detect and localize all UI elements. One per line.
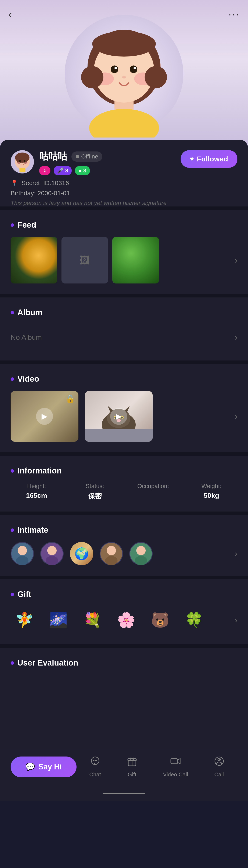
status-label: Status: (69, 483, 121, 490)
divider-4 (0, 452, 248, 456)
height-label: Height: (10, 483, 62, 490)
video-item-cat[interactable]: ▶ (85, 391, 153, 442)
svg-point-11 (81, 66, 104, 88)
bottom-actions: Chat Gift Video Call (77, 756, 238, 778)
call-icon (214, 756, 225, 769)
say-hi-button[interactable]: 💬 Say Hi (10, 756, 77, 777)
svg-point-45 (136, 546, 146, 555)
green-ball-img (112, 237, 159, 283)
gift-item-2[interactable]: 🌌 (45, 606, 72, 634)
bottom-action-call[interactable]: Call (214, 756, 225, 778)
bullet-feed (10, 223, 14, 227)
lock-icon: 🔒 (65, 394, 75, 403)
gift-item-5[interactable]: 🐻 (146, 606, 174, 634)
bullet-intimate (10, 528, 14, 532)
svg-point-20 (17, 162, 20, 164)
home-indicator (0, 788, 248, 801)
gift-item-3[interactable]: 💐 (78, 606, 106, 634)
play-button-1[interactable]: ▶ (36, 408, 53, 425)
bullet-evaluation (10, 661, 14, 665)
status-value: 保密 (69, 492, 121, 501)
divider-7 (0, 644, 248, 648)
video-call-icon (170, 756, 181, 769)
followed-button[interactable]: ♥ Followed (181, 150, 238, 168)
bullet-album (10, 311, 14, 314)
status-dot (76, 155, 79, 158)
gift-chevron[interactable]: › (235, 615, 238, 625)
bottom-action-gift[interactable]: Gift (127, 756, 138, 778)
video-item-locked[interactable]: 🔒 ▶ (10, 391, 78, 442)
more-button[interactable]: ··· (228, 8, 240, 20)
hero-avatar (71, 10, 177, 137)
feed-item-sunflower[interactable] (10, 237, 57, 283)
feed-title: Feed (10, 220, 238, 229)
svg-point-48 (93, 760, 94, 762)
info-status: Status: 保密 (69, 483, 121, 501)
svg-point-42 (107, 546, 116, 555)
gift-section: Gift 🧚 🌌 💐 🌸 🐻 🍀 › (0, 579, 248, 644)
intimate-chevron[interactable]: › (235, 549, 238, 558)
user-evaluation-label: User Evaluation (18, 658, 78, 668)
svg-point-40 (48, 547, 56, 555)
placeholder-icon: 🖼 (80, 254, 90, 266)
svg-point-39 (46, 556, 58, 565)
svg-point-35 (16, 556, 29, 565)
video-title: Video (10, 374, 238, 383)
gift-item-1[interactable]: 🧚 (10, 606, 38, 634)
sunflower-img (10, 237, 57, 283)
gift-item-4[interactable]: 🌸 (112, 606, 140, 634)
svg-point-18 (19, 160, 21, 162)
intimate-avatar-2[interactable] (40, 542, 63, 565)
birthday-row: Birthday: 2000-01-01 (10, 190, 238, 197)
gift-label: Gift (18, 590, 31, 599)
feed-item-placeholder[interactable]: 🖼 (61, 237, 108, 283)
album-chevron[interactable]: › (235, 333, 238, 342)
gift-item-6[interactable]: 🍀 (180, 606, 208, 634)
svg-point-21 (24, 162, 28, 164)
back-button[interactable]: ‹ (8, 8, 12, 20)
location-row: 📍 Secret ID:10316 (10, 179, 238, 187)
location-icon: 📍 (10, 180, 18, 187)
intimate-avatar-3[interactable]: 🌍 (70, 542, 93, 565)
intimate-avatar-5[interactable] (129, 542, 153, 565)
divider-3 (0, 361, 248, 364)
username-row: 咕咕咕 Offline (39, 150, 102, 163)
gift-icon (127, 756, 138, 769)
bottom-action-chat[interactable]: Chat (89, 756, 101, 778)
no-album-label: No Album (10, 333, 42, 341)
status-label: Offline (81, 153, 98, 160)
intimate-title: Intimate (10, 526, 238, 535)
feed-more-chevron[interactable]: › (235, 255, 238, 265)
play-button-2[interactable]: ▶ (110, 408, 127, 425)
birthday-label: Birthday: 2000-01-01 (10, 190, 70, 197)
feed-item-green[interactable] (112, 237, 159, 283)
info-grid: Height: 165cm Status: 保密 Occupation: Wei… (10, 483, 238, 501)
intimate-avatar-4[interactable] (100, 542, 123, 565)
gift-title: Gift (10, 590, 238, 599)
svg-point-46 (135, 556, 147, 565)
svg-point-2 (89, 109, 159, 137)
badge-female: ♀ (39, 166, 50, 175)
divider-1 (0, 207, 248, 210)
gift-label: Gift (128, 771, 136, 778)
video-call-label: Video Call (163, 771, 188, 778)
badges-row: ♀ 🎤 8 ● 3 (39, 166, 102, 175)
information-label: Information (18, 466, 62, 475)
bullet-gift (10, 593, 14, 596)
info-occupation: Occupation: (127, 483, 179, 501)
weight-label: Weight: (186, 483, 238, 490)
intimate-section: Intimate 🌍 (0, 515, 248, 576)
bottom-action-video[interactable]: Video Call (163, 756, 188, 778)
divider-2 (0, 294, 248, 298)
signature: This person is lazy and has not yet writ… (10, 200, 238, 207)
no-album-row[interactable]: No Album › (10, 324, 238, 350)
badge-mic: 🎤 8 (54, 166, 72, 175)
svg-point-49 (94, 760, 96, 762)
gift-row: 🧚 🌌 💐 🌸 🐻 🍀 › (10, 606, 238, 634)
video-more-chevron[interactable]: › (235, 412, 238, 421)
svg-point-13 (122, 76, 126, 79)
intimate-avatar-1[interactable] (10, 542, 34, 565)
video-grid: 🔒 ▶ ▶ › (10, 391, 238, 442)
video-section: Video 🔒 ▶ ▶ › (0, 364, 248, 452)
profile-meta: 📍 Secret ID:10316 Birthday: 2000-01-01 T… (10, 179, 238, 207)
